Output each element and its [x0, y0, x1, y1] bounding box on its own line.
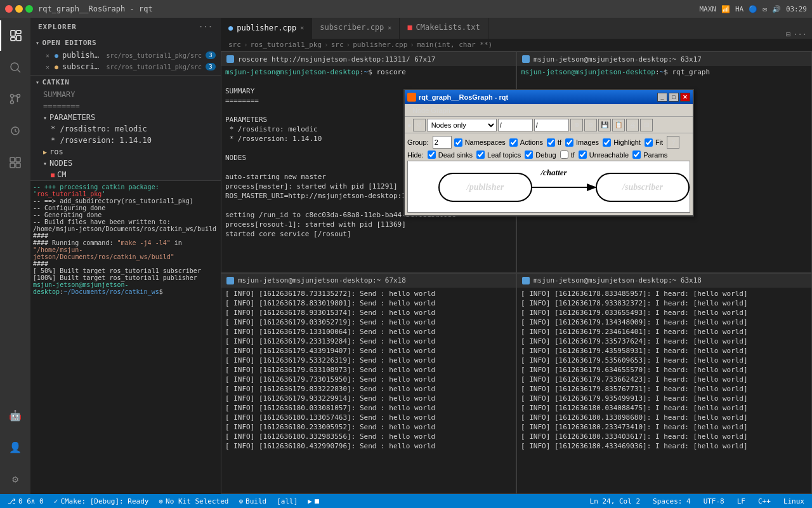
catkin-nodes[interactable]: ▾ NODES	[30, 157, 221, 169]
rqt-minimize-btn[interactable]: _	[657, 93, 667, 102]
breadcrumb-pkg[interactable]: ros_tutorial1_pkg	[251, 41, 322, 49]
rqt-zoom-fit-btn[interactable]: ⊕	[570, 119, 583, 131]
close-subscriber-icon[interactable]: ✕	[46, 64, 49, 70]
rqt-zoom-out-btn[interactable]: ⊖	[584, 119, 597, 131]
modified-dot-subscriber: ●	[55, 64, 58, 70]
cmake-file[interactable]: ■ CM	[30, 169, 221, 180]
status-debug-icons[interactable]: ▶ ⏹	[305, 494, 323, 508]
file-subscriber-cpp[interactable]: ✕ ● subscriber.cpp src/ros_tutorial1_pkg…	[30, 61, 221, 72]
ng-actions-label: Actions	[520, 138, 543, 146]
rqt-filter-mode-dropdown[interactable]: Nodes only Nodes/Topics (all)	[427, 119, 497, 131]
ng-ns-label: Namespaces	[465, 138, 506, 146]
ng-images-checkbox[interactable]	[565, 138, 573, 147]
breadcrumb-sep4: ›	[410, 41, 414, 49]
ng-ns-checkbox[interactable]	[454, 138, 462, 147]
kit-text: No Kit Selected	[166, 497, 228, 505]
activity-extensions[interactable]	[0, 147, 30, 178]
status-all[interactable]: [all]	[274, 494, 300, 508]
terminal-publisher-content[interactable]: [ INFO] [1612636178.733135272]: Send : h…	[221, 288, 516, 493]
param-rosversion: * /rosversion: 1.14.10	[30, 135, 221, 146]
ng-debug-checkbox[interactable]	[525, 150, 533, 159]
status-cmake[interactable]: ✓ CMake: [Debug]: Ready	[51, 494, 152, 508]
activity-git[interactable]	[0, 84, 30, 114]
status-spaces[interactable]: Spaces: 4	[650, 494, 693, 508]
ng-tf-checkbox[interactable]	[547, 138, 555, 147]
status-eol[interactable]: LF	[735, 494, 748, 508]
tab-publisher-cpp[interactable]: ● publisher.cpp ✕	[221, 18, 312, 39]
activity-account[interactable]: 👤	[0, 432, 30, 462]
ng-publisher-node[interactable]: /publisher	[438, 173, 532, 202]
sidebar-header: Explorer ···	[30, 18, 221, 36]
status-os[interactable]: Linux	[781, 494, 807, 508]
rqt-print-btn[interactable]: 🖨	[626, 119, 639, 131]
lang-text: C++	[758, 497, 771, 505]
ng-group-input[interactable]	[433, 136, 452, 149]
tab-subscriber-close[interactable]: ✕	[388, 24, 391, 31]
sidebar-action-btn[interactable]: ···	[199, 23, 213, 31]
catkin-parameters[interactable]: ▾ PARAMETERS	[30, 112, 221, 123]
open-editors-label: Open Editors	[43, 39, 96, 47]
ng-params-checkbox[interactable]	[632, 150, 641, 159]
debug-play-icon: ▶	[308, 497, 312, 505]
build-line-2: -- ==> add_subdirectory(ros_tutorial1_pk…	[33, 197, 218, 204]
terminal-subscriber-content[interactable]: [ INFO] [1612636178.833485957]: I heard:…	[517, 288, 811, 493]
breadcrumb-func[interactable]: main(int, char **)	[417, 41, 492, 49]
breadcrumb-file[interactable]: publisher.cpp	[353, 41, 407, 49]
catkin-section: ▾ CATKIN SUMMARY ======== ▾ PARAMETERS *…	[30, 76, 221, 180]
rqt-close-btn[interactable]: ✕	[680, 93, 690, 102]
rqt-copy-btn[interactable]: 📋	[612, 119, 625, 131]
git-status: 0 6∧ 0	[18, 497, 44, 505]
rqt-ns-filter2[interactable]	[534, 119, 569, 131]
tab-cmakelists[interactable]: ■ CMakeLists.txt	[400, 18, 488, 39]
ng-fit-checkbox[interactable]	[645, 138, 653, 147]
activity-ros[interactable]: 🤖	[0, 400, 30, 431]
breadcrumb-src[interactable]: src	[228, 41, 241, 49]
ng-leaftopics-checkbox[interactable]	[476, 150, 485, 159]
status-ln-col[interactable]: Ln 24, Col 2	[587, 494, 643, 508]
status-build[interactable]: ⚙ Build	[236, 494, 269, 508]
activity-debug[interactable]	[0, 116, 30, 146]
rqt-ns-filter1[interactable]	[498, 119, 533, 131]
status-right: Ln 24, Col 2 Spaces: 4 UTF-8 LF C++ Linu…	[587, 494, 807, 508]
activity-bar: 🤖 👤 ⚙	[0, 18, 30, 494]
rqt-menu-nodegraph[interactable]: Node Graph	[407, 105, 455, 116]
catkin-label: CATKIN	[43, 78, 70, 86]
cmake-status-text: CMake: [Debug]: Ready	[60, 497, 148, 505]
ng-deadsinks-checkbox[interactable]	[428, 150, 436, 159]
status-kit[interactable]: ⊗ No Kit Selected	[156, 494, 231, 508]
tab-subscriber-cpp[interactable]: subscriber.cpp ✕	[312, 18, 400, 39]
tab-more-icon[interactable]: ···	[793, 30, 807, 39]
rqt-app-icon	[407, 93, 416, 102]
ng-help-btn[interactable]: ?	[667, 136, 679, 149]
breadcrumb: src › ros_tutorial1_pkg › src › publishe…	[221, 39, 812, 52]
breadcrumb-src2[interactable]: src	[331, 41, 344, 49]
build-line-10: [100%] Built target ros_tutorial1 publis…	[33, 274, 218, 281]
activity-explorer[interactable]	[0, 20, 30, 51]
status-encoding[interactable]: UTF-8	[701, 494, 727, 508]
status-git[interactable]: ⎇ 0 6∧ 0	[5, 494, 46, 508]
rqt-layout-btn[interactable]: ⊟	[640, 119, 653, 131]
file-publisher-cpp[interactable]: ✕ ● publisher.cpp src/ros_tutorial1_pkg/…	[30, 50, 221, 61]
close-publisher-icon[interactable]: ✕	[46, 52, 49, 59]
terminal-subscriber-icon	[522, 277, 530, 284]
catkin-title[interactable]: ▾ CATKIN	[30, 76, 221, 89]
rqt-save-btn[interactable]: 💾	[598, 119, 611, 131]
tray-ha: HA	[735, 5, 743, 13]
ng-actions-checkbox[interactable]	[509, 138, 518, 147]
tab-split-icon[interactable]: ⊟	[786, 30, 790, 39]
ng-tf2-checkbox[interactable]	[560, 150, 568, 159]
rqt-toolbar-icon: ●	[407, 121, 412, 129]
catkin-ros-folder[interactable]: ▶ ros	[30, 146, 221, 157]
rqt-refresh-btn[interactable]: ↺	[413, 119, 426, 131]
ng-subscriber-node[interactable]: /subscriber	[596, 173, 690, 202]
open-editors-title[interactable]: ▾ Open Editors	[30, 36, 221, 50]
svg-rect-1	[16, 30, 21, 34]
status-lang[interactable]: C++	[756, 494, 773, 508]
ng-unreachable-checkbox[interactable]	[579, 150, 587, 159]
activity-settings[interactable]: ⚙	[0, 464, 30, 494]
ng-highlight-checkbox[interactable]	[603, 138, 611, 147]
rqt-maximize-btn[interactable]: □	[669, 93, 679, 102]
kit-icon: ⊗	[159, 497, 163, 505]
tab-publisher-close[interactable]: ✕	[300, 24, 304, 31]
activity-search[interactable]	[0, 52, 30, 83]
